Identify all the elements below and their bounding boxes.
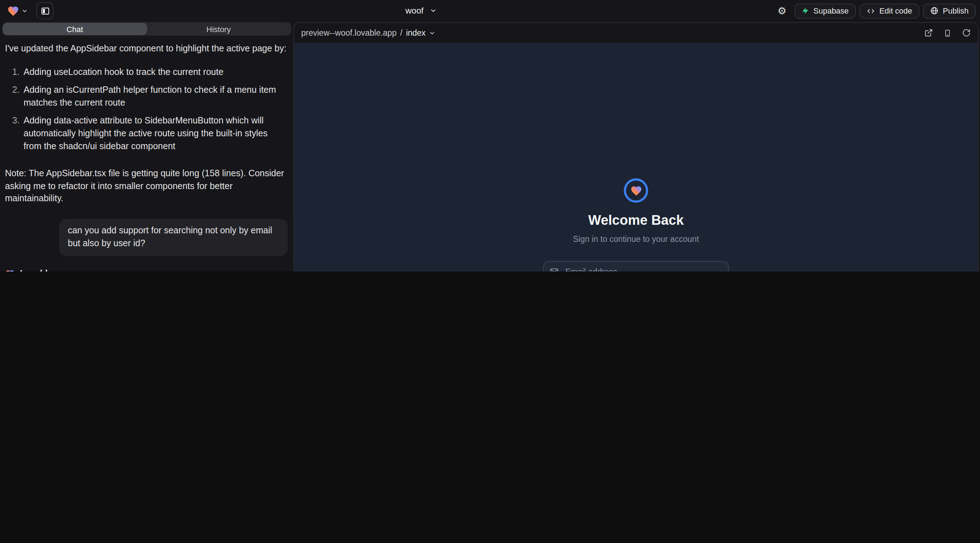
toggle-sidebar-button[interactable] [37,2,54,19]
app-logo [624,178,648,203]
preview-toolbar: preview--woof.lovable.app / index [294,23,978,43]
chat-panel: Chat History I've updated the AppSidebar… [0,21,293,272]
preview-breadcrumb[interactable]: preview--woof.lovable.app / index [301,29,436,37]
sign-in-card: Welcome Back Sign in to continue to your… [543,178,729,272]
publish-label: Publish [943,6,969,15]
globe-icon [930,6,939,15]
supabase-button[interactable]: Supabase [794,3,856,18]
refresh-button[interactable] [962,29,971,37]
top-bar: woof ⚙ Supabase Edit code [0,0,980,21]
user-message-bubble: can you add support for searching not on… [59,219,288,256]
edit-code-label: Edit code [879,6,912,15]
open-in-new-tab-button[interactable] [924,29,933,37]
project-name[interactable]: woof [406,6,424,16]
app-preview-iframe: Welcome Back Sign in to continue to your… [294,43,978,272]
email-field[interactable] [543,261,729,272]
supabase-label: Supabase [813,6,849,15]
chat-messages[interactable]: I've updated the AppSidebar component to… [0,37,293,272]
assistant-note: Note: The AppSidebar.tsx file is getting… [5,168,288,206]
project-chevron-down-icon[interactable] [430,7,437,14]
panel-left-icon [40,6,49,15]
chat-history-tabs: Chat History [2,22,291,36]
assistant-message-intro: I've updated the AppSidebar component to… [5,43,288,56]
list-item: Adding data-active attribute to SidebarM… [22,115,288,153]
lovable-logo-menu[interactable] [7,5,28,17]
list-item: Adding useLocation hook to track the cur… [22,67,288,79]
gear-icon: ⚙ [777,6,786,16]
chevron-down-icon [430,30,436,36]
mail-icon [550,267,559,272]
lovable-avatar-heart-icon [5,268,15,272]
welcome-title: Welcome Back [588,213,684,228]
tab-chat[interactable]: Chat [3,23,147,35]
supabase-icon [801,6,809,15]
edit-code-button[interactable]: Edit code [859,3,920,18]
assistant-header: Lovable ⋯ [5,267,288,272]
lovable-editor-window: woof ⚙ Supabase Edit code [0,0,980,272]
welcome-subtitle: Sign in to continue to your account [573,235,699,243]
assistant-list-1: Adding useLocation hook to track the cur… [5,67,288,159]
tab-history[interactable]: History [147,23,291,35]
breadcrumb-separator: / [400,29,402,37]
lovable-heart-icon [7,5,19,17]
mobile-view-button[interactable] [943,28,951,38]
preview-page: index [406,29,426,37]
preview-panel: preview--woof.lovable.app / index [293,22,978,272]
list-item: Adding an isCurrentPath helper function … [22,84,288,110]
chevron-down-icon [21,8,28,14]
message-menu-button[interactable]: ⋯ [278,267,288,272]
preview-url: preview--woof.lovable.app [301,29,396,37]
code-icon [867,7,875,14]
publish-button[interactable]: Publish [923,3,976,18]
assistant-name: Lovable [20,268,52,272]
settings-button[interactable]: ⚙ [773,3,791,18]
